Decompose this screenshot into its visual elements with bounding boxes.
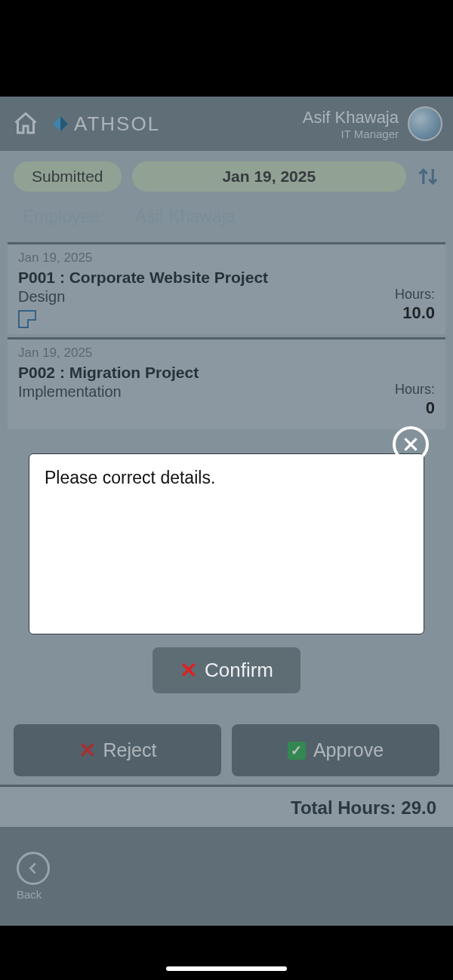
status-pill[interactable]: Submitted [14, 161, 122, 192]
employee-value: Asif Khawaja [135, 207, 236, 227]
home-icon[interactable] [11, 109, 41, 139]
approve-button[interactable]: ✓ Approve [232, 724, 439, 776]
timesheet-card[interactable]: Jan 19, 2025 P001 : Corporate Website Pr… [8, 242, 445, 334]
back-button[interactable] [17, 852, 50, 885]
modal-text[interactable]: Please correct details. [45, 468, 408, 488]
timesheet-card[interactable]: Jan 19, 2025 P002 : Migration Project Im… [8, 337, 445, 429]
approve-label: Approve [313, 739, 384, 761]
svg-marker-1 [60, 116, 68, 131]
hours-value: 0 [426, 398, 435, 418]
employee-row: Employee: Asif Khawaja [0, 199, 453, 239]
hours-value: 10.0 [402, 303, 435, 323]
card-task: Design [18, 288, 435, 306]
back-label: Back [17, 888, 42, 901]
reject-label: Reject [103, 739, 157, 761]
user-name: Asif Khawaja [303, 108, 399, 127]
app-screen: ATHSOL Asif Khawaja IT Manager Submitted… [0, 97, 453, 926]
card-task: Implementation [18, 383, 435, 401]
card-date: Jan 19, 2025 [18, 346, 435, 361]
total-hours: Total Hours: 29.0 [0, 785, 453, 829]
app-header: ATHSOL Asif Khawaja IT Manager [0, 97, 453, 151]
user-block: Asif Khawaja IT Manager [303, 106, 442, 141]
card-project: P001 : Corporate Website Project [18, 269, 435, 287]
note-icon[interactable] [18, 310, 36, 328]
action-row: ✕ Reject ✓ Approve [0, 724, 453, 776]
hours-label: Hours: [395, 287, 435, 303]
check-icon: ✓ [288, 742, 306, 760]
brand-name: ATHSOL [74, 112, 160, 136]
back-zone: Back [0, 827, 453, 926]
sort-icon[interactable] [417, 164, 439, 189]
x-icon: ✕ [79, 738, 96, 763]
x-icon: ✕ [180, 658, 197, 683]
brand: ATHSOL [51, 112, 160, 136]
confirm-button[interactable]: ✕ Confirm [153, 647, 300, 693]
card-date: Jan 19, 2025 [18, 250, 435, 266]
reject-reason-modal: Please correct details. [29, 453, 424, 634]
filter-row: Submitted Jan 19, 2025 [0, 151, 453, 199]
confirm-wrap: ✕ Confirm [0, 647, 453, 693]
hours-label: Hours: [395, 382, 435, 398]
confirm-label: Confirm [205, 659, 273, 682]
user-role: IT Manager [303, 127, 399, 140]
brand-logo-icon [51, 115, 69, 133]
card-project: P002 : Migration Project [18, 364, 435, 382]
avatar[interactable] [408, 106, 442, 141]
reject-button[interactable]: ✕ Reject [14, 724, 221, 776]
home-indicator[interactable] [166, 966, 287, 971]
employee-label: Employee: [23, 207, 105, 227]
close-icon[interactable] [393, 426, 429, 462]
date-pill[interactable]: Jan 19, 2025 [132, 161, 406, 192]
